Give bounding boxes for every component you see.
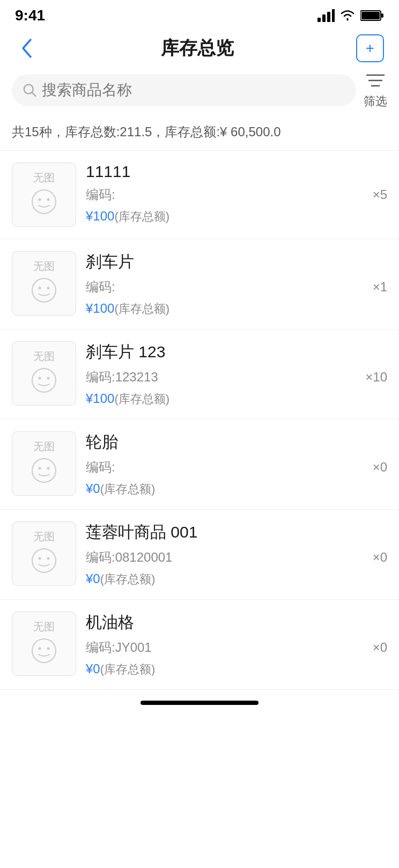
svg-rect-0: [317, 18, 321, 22]
list-item[interactable]: 无图 莲蓉叶商品 001 编码:08120001 ×0 ¥: [0, 510, 399, 600]
svg-rect-6: [381, 13, 383, 18]
item-code-row: 编码:123213 ×10: [86, 369, 387, 386]
item-info: 刹车片 编码: ×1 ¥100(库存总额): [86, 251, 387, 317]
back-button[interactable]: [15, 36, 39, 60]
amount-label: (库存总额): [114, 302, 169, 315]
svg-point-18: [32, 369, 56, 392]
item-name: 莲蓉叶商品 001: [86, 521, 387, 543]
item-name: 机油格: [86, 612, 387, 634]
svg-point-28: [39, 647, 41, 650]
search-row: 筛选: [0, 71, 399, 118]
summary-text: 共15种，库存总数:211.5，库存总额:¥ 60,500.0: [12, 124, 281, 139]
svg-point-23: [47, 467, 50, 469]
item-name: 刹车片: [86, 251, 387, 273]
search-icon: [23, 83, 36, 98]
svg-point-27: [32, 639, 56, 663]
item-amount: ¥100(库存总额): [86, 301, 387, 317]
search-input[interactable]: [42, 82, 345, 99]
item-amount: ¥0(库存总额): [86, 571, 387, 587]
item-amount: ¥0(库存总额): [86, 661, 387, 678]
svg-point-13: [39, 198, 41, 201]
page-title: 库存总览: [161, 36, 234, 61]
item-qty: ×1: [373, 279, 387, 295]
list-item[interactable]: 无图 轮胎 编码: ×0 ¥0(库存总额): [0, 420, 399, 510]
item-code: 编码:123213: [86, 369, 158, 386]
battery-icon: [360, 9, 384, 22]
svg-line-8: [32, 93, 36, 97]
svg-point-19: [39, 377, 41, 379]
face-icon: [31, 367, 57, 398]
amount-label: (库存总额): [114, 210, 169, 223]
item-thumbnail: 无图: [12, 612, 76, 676]
svg-rect-3: [332, 9, 335, 22]
face-icon: [31, 637, 57, 668]
item-amount: ¥0(库存总额): [86, 481, 387, 497]
item-qty: ×0: [373, 460, 387, 475]
status-icons: [317, 9, 384, 22]
face-icon: [31, 547, 57, 578]
item-code-row: 编码:08120001 ×0: [86, 549, 387, 566]
amount-label: (库存总额): [114, 392, 169, 406]
svg-point-24: [32, 549, 56, 572]
status-bar: 9:41: [0, 0, 399, 29]
svg-point-17: [47, 286, 50, 289]
svg-rect-1: [322, 14, 326, 22]
item-code-row: 编码: ×1: [86, 278, 387, 296]
list-item[interactable]: 无图 机油格 编码:JY001 ×0 ¥0(库存总额): [0, 600, 399, 690]
no-image-label: 无图: [33, 529, 55, 544]
svg-rect-2: [327, 12, 330, 22]
summary-row: 共15种，库存总数:211.5，库存总额:¥ 60,500.0: [0, 118, 399, 151]
amount-label: (库存总额): [100, 663, 156, 676]
item-qty: ×5: [373, 187, 387, 202]
item-info: 机油格 编码:JY001 ×0 ¥0(库存总额): [86, 612, 387, 678]
item-thumbnail: 无图: [12, 431, 76, 496]
item-code-row: 编码: ×5: [86, 186, 387, 203]
status-time: 9:41: [15, 7, 45, 24]
amount-label: (库存总额): [100, 572, 156, 586]
home-bar: [0, 690, 399, 711]
list-item[interactable]: 无图 11111 编码: ×5 ¥100(库存总额): [0, 151, 399, 239]
item-info: 刹车片 123 编码:123213 ×10 ¥100(库存总额): [86, 341, 387, 407]
item-code: 编码:: [86, 186, 115, 203]
svg-point-14: [47, 198, 50, 201]
header: 库存总览 +: [0, 29, 399, 71]
item-name: 刹车片 123: [86, 341, 387, 363]
item-code-row: 编码:JY001 ×0: [86, 639, 387, 656]
list-item[interactable]: 无图 刹车片 123 编码:123213 ×10 ¥100: [0, 329, 399, 420]
item-info: 11111 编码: ×5 ¥100(库存总额): [86, 163, 387, 225]
face-icon: [31, 277, 57, 308]
item-amount: ¥100(库存总额): [86, 391, 387, 407]
item-thumbnail: 无图: [12, 521, 76, 586]
no-image-label: 无图: [33, 259, 55, 274]
items-list: 无图 11111 编码: ×5 ¥100(库存总额): [0, 151, 399, 690]
item-info: 莲蓉叶商品 001 编码:08120001 ×0 ¥0(库存总额): [86, 521, 387, 587]
filter-label: 筛选: [364, 93, 387, 109]
item-code: 编码:: [86, 459, 115, 476]
no-image-label: 无图: [33, 349, 55, 364]
wifi-icon: [339, 9, 356, 22]
add-button[interactable]: +: [356, 34, 384, 62]
svg-point-22: [39, 467, 41, 469]
svg-point-25: [39, 557, 41, 560]
face-icon: [31, 188, 57, 219]
item-qty: ×10: [365, 370, 387, 385]
no-image-label: 无图: [33, 171, 55, 185]
svg-point-21: [32, 459, 56, 482]
svg-point-29: [47, 647, 50, 650]
item-qty: ×0: [373, 640, 387, 655]
item-code-row: 编码: ×0: [86, 459, 387, 476]
item-code: 编码:: [86, 278, 115, 296]
home-indicator: [141, 701, 258, 705]
amount-label: (库存总额): [100, 482, 156, 496]
add-icon: +: [366, 40, 374, 57]
list-item[interactable]: 无图 刹车片 编码: ×1 ¥100(库存总额): [0, 239, 399, 329]
item-thumbnail: 无图: [12, 163, 76, 227]
face-icon: [31, 457, 57, 488]
filter-button[interactable]: 筛选: [364, 71, 387, 109]
no-image-label: 无图: [33, 620, 55, 634]
search-bar[interactable]: [12, 74, 356, 106]
svg-rect-5: [361, 12, 380, 19]
item-thumbnail: 无图: [12, 341, 76, 406]
svg-point-12: [32, 190, 56, 214]
item-code: 编码:08120001: [86, 549, 172, 566]
